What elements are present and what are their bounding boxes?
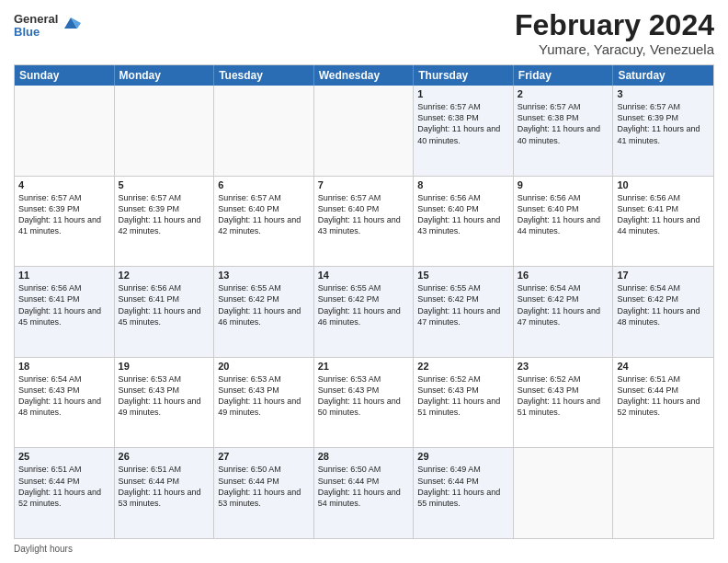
day-number: 17: [617, 270, 710, 281]
cell-info: Sunrise: 6:57 AM Sunset: 6:39 PM Dayligh…: [617, 101, 710, 146]
calendar-cell: 18Sunrise: 6:54 AM Sunset: 6:43 PM Dayli…: [15, 358, 115, 448]
cell-info: Sunrise: 6:56 AM Sunset: 6:41 PM Dayligh…: [617, 192, 710, 237]
calendar-cell: 5Sunrise: 6:57 AM Sunset: 6:39 PM Daylig…: [115, 177, 215, 267]
calendar-cell: [613, 448, 713, 538]
header: General Blue February 2024 Yumare, Yarac…: [14, 9, 714, 57]
day-number: 29: [417, 451, 509, 462]
calendar-row-2: 4Sunrise: 6:57 AM Sunset: 6:39 PM Daylig…: [15, 176, 713, 267]
calendar-row-5: 25Sunrise: 6:51 AM Sunset: 6:44 PM Dayli…: [15, 447, 713, 538]
day-number: 1: [417, 88, 509, 99]
day-of-week-wednesday: Wednesday: [314, 65, 415, 86]
calendar-cell: 16Sunrise: 6:54 AM Sunset: 6:42 PM Dayli…: [514, 267, 614, 357]
cell-info: Sunrise: 6:51 AM Sunset: 6:44 PM Dayligh…: [617, 373, 710, 419]
month-year-title: February 2024: [515, 9, 714, 41]
day-number: 7: [318, 179, 410, 190]
day-number: 27: [218, 451, 310, 462]
logo-line1: General: [14, 13, 58, 26]
day-number: 14: [318, 270, 410, 281]
cell-info: Sunrise: 6:55 AM Sunset: 6:42 PM Dayligh…: [318, 282, 410, 327]
day-of-week-saturday: Saturday: [613, 65, 713, 86]
cell-info: Sunrise: 6:57 AM Sunset: 6:40 PM Dayligh…: [318, 192, 410, 237]
calendar-cell: 15Sunrise: 6:55 AM Sunset: 6:42 PM Dayli…: [414, 267, 514, 357]
day-number: 24: [617, 361, 710, 372]
day-number: 4: [18, 179, 110, 190]
calendar-cell: [514, 448, 614, 538]
day-number: 25: [18, 451, 110, 462]
calendar-cell: 26Sunrise: 6:51 AM Sunset: 6:44 PM Dayli…: [115, 448, 215, 538]
cell-info: Sunrise: 6:56 AM Sunset: 6:40 PM Dayligh…: [518, 192, 609, 237]
day-number: 12: [119, 270, 210, 281]
day-number: 13: [218, 270, 310, 281]
logo-icon: [61, 12, 81, 32]
calendar-body: 1Sunrise: 6:57 AM Sunset: 6:38 PM Daylig…: [15, 86, 713, 538]
calendar-cell: 29Sunrise: 6:49 AM Sunset: 6:44 PM Dayli…: [414, 448, 514, 538]
calendar-cell: 11Sunrise: 6:56 AM Sunset: 6:41 PM Dayli…: [15, 267, 115, 357]
cell-info: Sunrise: 6:56 AM Sunset: 6:41 PM Dayligh…: [119, 282, 210, 327]
logo: General Blue: [14, 13, 81, 40]
calendar-cell: [314, 86, 415, 176]
calendar-cell: 6Sunrise: 6:57 AM Sunset: 6:40 PM Daylig…: [214, 177, 314, 267]
calendar-cell: 10Sunrise: 6:56 AM Sunset: 6:41 PM Dayli…: [613, 177, 713, 267]
cell-info: Sunrise: 6:50 AM Sunset: 6:44 PM Dayligh…: [218, 464, 310, 509]
day-number: 26: [119, 451, 210, 462]
calendar-cell: 7Sunrise: 6:57 AM Sunset: 6:40 PM Daylig…: [314, 177, 415, 267]
calendar-cell: 13Sunrise: 6:55 AM Sunset: 6:42 PM Dayli…: [214, 267, 314, 357]
day-number: 3: [617, 88, 710, 99]
day-number: 23: [518, 361, 609, 372]
day-of-week-monday: Monday: [115, 65, 215, 86]
calendar-row-4: 18Sunrise: 6:54 AM Sunset: 6:43 PM Dayli…: [15, 357, 713, 448]
calendar-cell: 25Sunrise: 6:51 AM Sunset: 6:44 PM Dayli…: [15, 448, 115, 538]
day-number: 18: [18, 361, 110, 372]
calendar-cell: 17Sunrise: 6:54 AM Sunset: 6:42 PM Dayli…: [613, 267, 713, 357]
calendar-header: SundayMondayTuesdayWednesdayThursdayFrid…: [15, 65, 713, 86]
calendar-cell: 28Sunrise: 6:50 AM Sunset: 6:44 PM Dayli…: [314, 448, 415, 538]
calendar-cell: 8Sunrise: 6:56 AM Sunset: 6:40 PM Daylig…: [414, 177, 514, 267]
cell-info: Sunrise: 6:57 AM Sunset: 6:40 PM Dayligh…: [218, 192, 310, 237]
location-label: Yumare, Yaracuy, Venezuela: [515, 41, 714, 57]
cell-info: Sunrise: 6:57 AM Sunset: 6:39 PM Dayligh…: [119, 192, 210, 237]
cell-info: Sunrise: 6:56 AM Sunset: 6:41 PM Dayligh…: [18, 282, 110, 327]
day-number: 15: [417, 270, 509, 281]
calendar-cell: 22Sunrise: 6:52 AM Sunset: 6:43 PM Dayli…: [414, 358, 514, 448]
daylight-label: Daylight hours: [14, 544, 73, 554]
calendar-cell: 27Sunrise: 6:50 AM Sunset: 6:44 PM Dayli…: [214, 448, 314, 538]
calendar-cell: 14Sunrise: 6:55 AM Sunset: 6:42 PM Dayli…: [314, 267, 415, 357]
day-number: 19: [119, 361, 210, 372]
cell-info: Sunrise: 6:53 AM Sunset: 6:43 PM Dayligh…: [218, 373, 310, 419]
day-number: 21: [318, 361, 410, 372]
cell-info: Sunrise: 6:52 AM Sunset: 6:43 PM Dayligh…: [417, 373, 509, 419]
calendar-cell: [115, 86, 215, 176]
day-number: 2: [518, 88, 609, 99]
cell-info: Sunrise: 6:53 AM Sunset: 6:43 PM Dayligh…: [318, 373, 410, 419]
day-number: 6: [218, 179, 310, 190]
calendar-cell: 24Sunrise: 6:51 AM Sunset: 6:44 PM Dayli…: [613, 358, 713, 448]
day-number: 20: [218, 361, 310, 372]
calendar-cell: 12Sunrise: 6:56 AM Sunset: 6:41 PM Dayli…: [115, 267, 215, 357]
calendar-cell: 1Sunrise: 6:57 AM Sunset: 6:38 PM Daylig…: [414, 86, 514, 176]
calendar-cell: 3Sunrise: 6:57 AM Sunset: 6:39 PM Daylig…: [613, 86, 713, 176]
logo-line2: Blue: [14, 26, 58, 39]
day-number: 10: [617, 179, 710, 190]
calendar: SundayMondayTuesdayWednesdayThursdayFrid…: [14, 64, 714, 539]
cell-info: Sunrise: 6:54 AM Sunset: 6:42 PM Dayligh…: [617, 282, 710, 327]
cell-info: Sunrise: 6:51 AM Sunset: 6:44 PM Dayligh…: [18, 464, 110, 509]
cell-info: Sunrise: 6:51 AM Sunset: 6:44 PM Dayligh…: [119, 464, 210, 509]
day-number: 16: [518, 270, 609, 281]
day-number: 8: [417, 179, 509, 190]
day-number: 5: [119, 179, 210, 190]
day-of-week-thursday: Thursday: [414, 65, 514, 86]
cell-info: Sunrise: 6:50 AM Sunset: 6:44 PM Dayligh…: [318, 464, 410, 509]
title-block: February 2024 Yumare, Yaracuy, Venezuela: [515, 9, 714, 57]
cell-info: Sunrise: 6:49 AM Sunset: 6:44 PM Dayligh…: [417, 464, 509, 509]
cell-info: Sunrise: 6:56 AM Sunset: 6:40 PM Dayligh…: [417, 192, 509, 237]
day-number: 28: [318, 451, 410, 462]
calendar-cell: 19Sunrise: 6:53 AM Sunset: 6:43 PM Dayli…: [115, 358, 215, 448]
cell-info: Sunrise: 6:57 AM Sunset: 6:38 PM Dayligh…: [518, 101, 609, 146]
logo-text: General Blue: [14, 13, 58, 40]
calendar-cell: 20Sunrise: 6:53 AM Sunset: 6:43 PM Dayli…: [214, 358, 314, 448]
page: General Blue February 2024 Yumare, Yarac…: [0, 0, 728, 563]
cell-info: Sunrise: 6:54 AM Sunset: 6:42 PM Dayligh…: [518, 282, 609, 327]
calendar-cell: 23Sunrise: 6:52 AM Sunset: 6:43 PM Dayli…: [514, 358, 614, 448]
cell-info: Sunrise: 6:55 AM Sunset: 6:42 PM Dayligh…: [417, 282, 509, 327]
cell-info: Sunrise: 6:53 AM Sunset: 6:43 PM Dayligh…: [119, 373, 210, 419]
